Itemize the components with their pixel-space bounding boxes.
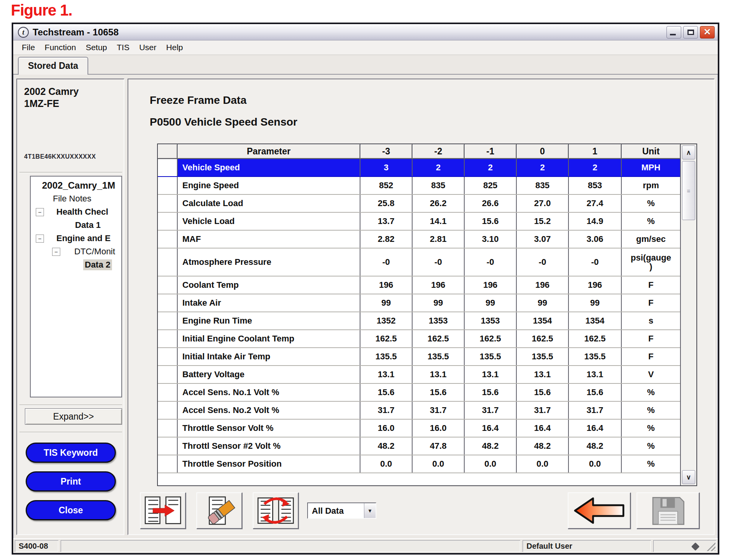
status-user: Default User [523,540,651,552]
save-button[interactable] [637,492,700,529]
tree-item[interactable]: −Engine and E [31,232,121,245]
value-cell: 0.0 [412,455,464,473]
tis-keyword-button[interactable]: TIS Keyword [26,443,116,463]
table-row[interactable]: Throttle Sensor Position0.00.00.00.00.0% [158,455,680,473]
table-header-row: Parameter-3-2-101Unit [158,144,680,159]
table-row[interactable]: Battery Voltage13.113.113.113.113.1V [158,366,680,383]
unit-cell: psi(gauge ) [621,248,680,276]
value-cell: -0 [464,248,516,276]
row-selector-cell [158,159,177,177]
erase-data-button[interactable] [196,492,242,529]
table-scrollbar[interactable]: ∧ ≡ ∨ [680,144,696,485]
close-session-button[interactable]: Close [26,500,116,520]
swap-data-button[interactable] [253,492,299,529]
tree-item[interactable]: −Health Checl [31,205,121,219]
main-panel: Freeze Frame Data P0500 Vehicle Speed Se… [128,79,715,535]
menu-item-user[interactable]: User [138,42,158,53]
back-button[interactable] [568,492,631,529]
value-cell: 13.7 [360,212,412,230]
close-button[interactable]: ✕ [700,26,715,38]
resize-grip[interactable] [706,542,715,551]
scroll-up-button[interactable]: ∧ [682,145,695,159]
value-cell: 135.5 [412,348,464,366]
column-header-0[interactable]: 0 [516,144,568,159]
table-row[interactable]: Initial Engine Coolant Temp162.5162.5162… [158,330,680,348]
row-selector-cell [158,330,177,348]
window-title: Techstream - 10658 [33,27,665,38]
table-row[interactable]: Calculate Load25.826.226.627.027.4% [158,194,680,212]
scroll-down-button[interactable]: ∨ [682,470,695,484]
value-cell: 27.0 [516,194,568,212]
menu-item-file[interactable]: File [20,42,37,53]
menu-item-tis[interactable]: TIS [115,42,131,53]
page-title: Freeze Frame Data [150,94,247,107]
parameter-cell: Accel Sens. No.2 Volt % [177,401,360,419]
scroll-up-icon: ∧ [686,149,691,157]
maximize-button[interactable] [683,26,698,38]
column-header--2[interactable]: -2 [412,144,464,159]
value-cell: 15.6 [568,383,621,401]
status-code: S400-08 [15,540,58,552]
table-row[interactable]: Throttle Sensor Volt %16.016.016.416.416… [158,419,680,437]
table-row[interactable]: Vehicle Speed32222MPH [158,159,680,177]
row-selector-cell [158,248,177,276]
unit-cell: rpm [621,177,680,194]
dropdown-arrow-button[interactable]: ▼ [364,503,376,518]
parameter-cell: Initial Engine Coolant Temp [177,330,360,348]
menu-item-setup[interactable]: Setup [84,42,108,53]
value-cell: -0 [516,248,568,276]
column-header-unit[interactable]: Unit [621,144,680,159]
data-filter-dropdown[interactable]: All Data ▼ [307,502,376,519]
collapse-toggle-icon[interactable]: − [36,234,44,243]
value-cell: 3.10 [464,230,516,248]
collapse-toggle-icon[interactable]: − [52,248,60,256]
tree-item[interactable]: File Notes [31,192,121,205]
value-cell: 2.82 [360,230,412,248]
table-row[interactable]: Throttl Sensor #2 Volt %48.247.848.248.2… [158,437,680,455]
back-arrow-icon [572,495,626,526]
table-row[interactable]: Engine Speed852835825835853rpm [158,177,680,194]
value-cell: 16.4 [464,419,516,437]
value-cell: 25.8 [360,194,412,212]
table-row[interactable]: MAF2.822.813.103.073.06gm/sec [158,230,680,248]
unit-cell: % [621,194,680,212]
table-row[interactable]: Vehicle Load13.714.115.615.214.9% [158,212,680,230]
dropdown-selected-value: All Data [308,503,364,518]
unit-cell: % [621,455,680,473]
minimize-button[interactable] [666,26,681,38]
chevron-down-icon: ▼ [367,508,372,514]
print-button[interactable]: Print [26,471,116,492]
value-cell: 162.5 [360,330,412,348]
column-header--1[interactable]: -1 [464,144,516,159]
value-cell: 135.5 [360,348,412,366]
expand-button[interactable]: Expand>> [25,408,122,425]
table-row[interactable]: Coolant Temp196196196196196F [158,276,680,294]
value-cell: 135.5 [464,348,516,366]
unit-cell: % [621,383,680,401]
collapse-toggle-icon[interactable]: − [36,208,44,216]
table-row[interactable]: Engine Run Time13521353135313541354s [158,312,680,330]
tree-item[interactable]: Data 1 [31,219,121,232]
tab-stored-data[interactable]: Stored Data [18,57,88,75]
table-row[interactable]: Accel Sens. No.1 Volt %15.615.615.615.61… [158,383,680,401]
tree-item[interactable]: 2002_Camry_1M [31,179,121,192]
menu-item-function[interactable]: Function [43,42,78,53]
column-header-parameter[interactable]: Parameter [177,144,360,159]
parameter-cell: Coolant Temp [177,276,360,294]
row-selector-cell [158,230,177,248]
tree-item[interactable]: −DTC/Monit [31,245,121,258]
table-row[interactable]: Accel Sens. No.2 Volt %31.731.731.731.73… [158,401,680,419]
erase-list-icon [201,496,238,525]
menu-item-help[interactable]: Help [164,42,184,53]
table-row[interactable]: Atmosphere Pressure-0-0-0-0-0psi(gauge ) [158,248,680,276]
tree-item[interactable]: Data 2 [31,258,121,271]
column-header-1[interactable]: 1 [568,144,621,159]
table-row[interactable]: Intake Air9999999999F [158,294,680,312]
sidebar: 2002 Camry 1MZ-FE 4T1BE46KXXUXXXXXX 2002… [16,79,124,535]
column-header--3[interactable]: -3 [360,144,412,159]
copy-data-button[interactable] [140,492,186,529]
parameter-cell: Engine Run Time [177,312,360,330]
table-row[interactable]: Initial Intake Air Temp135.5135.5135.513… [158,348,680,366]
scrollbar-thumb[interactable]: ≡ [682,161,695,220]
value-cell: 15.6 [464,383,516,401]
